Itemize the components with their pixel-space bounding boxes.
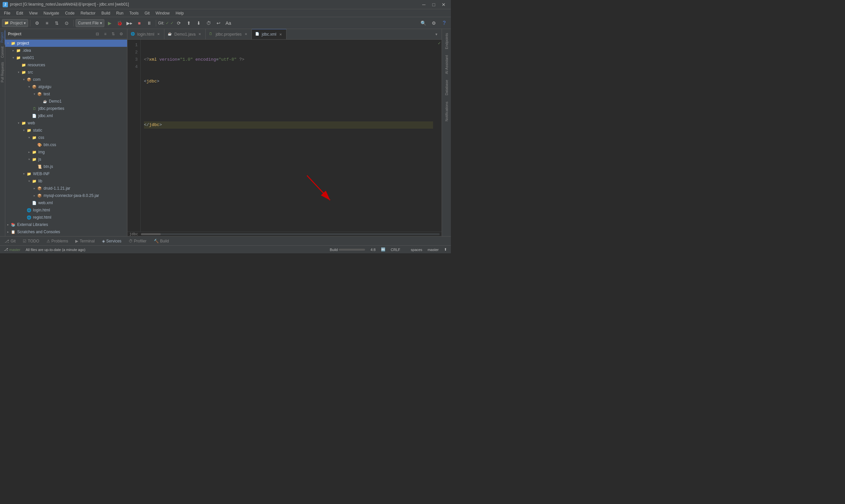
tab-jdbc-properties[interactable]: 🗒 jdbc.properties ✕ (206, 29, 252, 39)
menu-tools[interactable]: Tools (127, 10, 141, 17)
tree-item-project[interactable]: 📁 project (5, 40, 127, 47)
menu-code[interactable]: Code (63, 10, 77, 17)
tab-close-login[interactable]: ✕ (156, 32, 161, 37)
sidebar-sort-button[interactable]: ≡ (102, 31, 109, 37)
status-encoding[interactable] (404, 246, 407, 253)
tree-item-js[interactable]: 📁 js (5, 156, 127, 163)
tree-item-demo1[interactable]: ☕ Demo1 (5, 97, 127, 105)
tree-item-regist-html[interactable]: 🌐 regist.html (5, 214, 127, 221)
tree-item-web-xml[interactable]: 📄 web.xml (5, 199, 127, 206)
right-panel-database[interactable]: Database (443, 77, 450, 98)
stop-button[interactable]: ■ (135, 18, 144, 28)
tab-close-demo1[interactable]: ✕ (197, 32, 202, 37)
bottom-tab-todo[interactable]: ☑ TODO (19, 237, 42, 246)
activity-project[interactable]: Project (0, 30, 5, 44)
bottom-tab-terminal[interactable]: ▶ Terminal (72, 237, 98, 246)
tree-item-web[interactable]: 📁 web (5, 120, 127, 127)
tree-item-druid-jar[interactable]: 📦 druid-1.1.21.jar (5, 185, 127, 192)
help-button[interactable]: ? (440, 18, 449, 28)
pause-button[interactable]: ⏸ (145, 18, 154, 28)
tree-item-src[interactable]: 📁 src (5, 69, 127, 76)
right-panel-endpoints[interactable]: Endpoints (443, 30, 450, 52)
git-pull-button[interactable]: ⬇ (194, 18, 203, 28)
status-branch-right[interactable]: master (426, 246, 440, 253)
run-with-coverage-button[interactable]: ▶▸ (125, 18, 134, 28)
menu-help[interactable]: Help (173, 10, 187, 17)
git-history-button[interactable]: ⏱ (204, 18, 213, 28)
tree-item-login-html[interactable]: 🌐 login.html (5, 206, 127, 214)
tree-item-test[interactable]: 📦 test (5, 90, 127, 97)
tree-item-idea[interactable]: 📁 .idea (5, 47, 127, 54)
sidebar-filter-button[interactable]: ⇅ (110, 31, 117, 37)
close-button[interactable]: ✕ (439, 1, 448, 8)
menu-git[interactable]: Git (142, 10, 152, 17)
run-button[interactable]: ▶ (105, 18, 114, 28)
status-build[interactable]: Build (329, 246, 366, 253)
tree-item-lib[interactable]: 📁 lib (5, 178, 127, 185)
tree-item-mysql-jar[interactable]: 📦 mysql-connector-java-8.0.25.jar (5, 192, 127, 199)
tab-login-html[interactable]: 🌐 login.html ✕ (127, 29, 164, 39)
tree-item-btn-js[interactable]: 📜 btn.js (5, 163, 127, 170)
git-rollback-button[interactable]: ↩ (214, 18, 223, 28)
tree-item-static[interactable]: 📁 static (5, 127, 127, 134)
toolbar-settings-button[interactable]: ⚙ (32, 18, 41, 28)
toolbar-list-button[interactable]: ≡ (42, 18, 52, 28)
tree-item-css[interactable]: 📁 css (5, 134, 127, 141)
code-editor[interactable]: <?xml version="1.0" encoding="utf-8" ?> … (141, 40, 436, 232)
activity-pull-requests[interactable]: Pull Requests (0, 60, 5, 85)
menu-view[interactable]: View (27, 10, 40, 17)
tree-item-web-inf[interactable]: 📁 WEB-INF (5, 170, 127, 178)
bottom-tab-services[interactable]: ◈ Services (99, 237, 125, 246)
scrollbar-thumb[interactable] (141, 233, 161, 235)
tree-item-jdbc-xml[interactable]: 📄 jdbc.xml (5, 112, 127, 120)
tree-item-external-libraries[interactable]: 📚 External Libraries (5, 221, 127, 228)
tree-item-atguigu[interactable]: 📦 atguigu (5, 83, 127, 90)
menu-window[interactable]: Window (153, 10, 172, 17)
tab-close-jdbc-xml[interactable]: ✕ (278, 32, 283, 37)
maximize-button[interactable]: □ (429, 1, 438, 8)
tree-item-scratches[interactable]: 📋 Scratches and Consoles (5, 228, 127, 235)
minimize-button[interactable]: ─ (419, 1, 428, 8)
project-dropdown[interactable]: 📁 Project ▾ (2, 19, 28, 27)
menu-file[interactable]: File (1, 10, 13, 17)
menu-refactor[interactable]: Refactor (78, 10, 98, 17)
toolbar-sort-button[interactable]: ⇅ (52, 18, 61, 28)
bottom-tab-problems[interactable]: ⚠ Problems (43, 237, 72, 246)
translate-button[interactable]: Aa (224, 18, 233, 28)
menu-build[interactable]: Build (99, 10, 113, 17)
bottom-tab-profiler[interactable]: ⏱ Profiler (125, 237, 150, 246)
tree-item-web01[interactable]: 📁 web01 (5, 54, 127, 61)
current-file-dropdown[interactable]: Current File ▾ (75, 19, 104, 27)
status-indent[interactable]: spaces (410, 246, 424, 253)
right-panel-notifications[interactable]: Notifications (443, 99, 450, 124)
bottom-tab-build[interactable]: 🔨 Build (151, 237, 172, 246)
tab-close-jdbc-properties[interactable]: ✕ (244, 32, 248, 37)
settings-right-button[interactable]: ⚙ (429, 18, 438, 28)
status-encoding-icon[interactable]: 🔤 (380, 246, 387, 253)
tree-item-img[interactable]: 📁 img (5, 148, 127, 156)
status-git-branch[interactable]: ⎇ master (3, 246, 22, 253)
search-button[interactable]: 🔍 (419, 18, 428, 28)
tabs-recent-button[interactable]: ▾ (433, 31, 440, 38)
scrollbar-track[interactable] (141, 233, 440, 235)
status-push-icon[interactable]: ⬆ (443, 246, 448, 253)
git-push-button[interactable]: ⬆ (184, 18, 193, 28)
tree-item-com[interactable]: 📦 com (5, 76, 127, 83)
debug-button[interactable]: 🐞 (115, 18, 124, 28)
tab-demo1-java[interactable]: ☕ Demo1.java ✕ (164, 29, 206, 39)
menu-navigate[interactable]: Navigate (41, 10, 62, 17)
sidebar-settings-button[interactable]: ⚙ (118, 31, 124, 37)
tree-item-btn-css[interactable]: 🎨 btn.css (5, 141, 127, 148)
git-update-button[interactable]: ⟳ (174, 18, 183, 28)
status-cursor-pos[interactable]: 4:8 (369, 246, 376, 253)
toolbar-gear-button[interactable]: ⊙ (62, 18, 71, 28)
menu-edit[interactable]: Edit (14, 10, 26, 17)
bottom-tab-git[interactable]: ⎇ Git (1, 237, 19, 246)
status-line-ending[interactable]: CRLF (389, 246, 402, 253)
activity-commit[interactable]: Commit (0, 44, 5, 60)
menu-run[interactable]: Run (113, 10, 126, 17)
tree-item-jdbc-properties[interactable]: 🗒 jdbc.properties (5, 105, 127, 112)
sidebar-collapse-all-button[interactable]: ⊟ (94, 31, 101, 37)
right-panel-ai-assistant[interactable]: AI Assistant (443, 52, 450, 76)
tab-jdbc-xml[interactable]: 📄 jdbc.xml ✕ (252, 29, 286, 39)
